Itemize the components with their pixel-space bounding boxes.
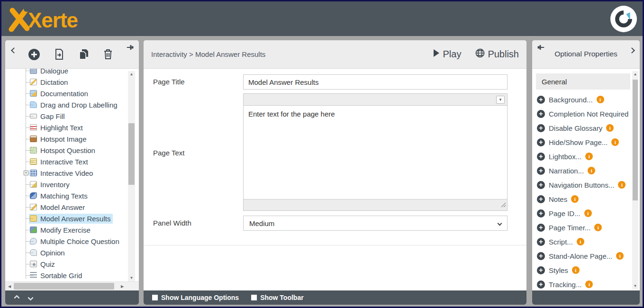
info-icon[interactable] — [611, 138, 619, 146]
tree-item[interactable]: Model Answer — [5, 201, 127, 213]
optional-property-row[interactable]: Disable Glossary — [537, 121, 631, 135]
tree-item[interactable]: Multiple Choice Question — [5, 236, 127, 247]
tree-item[interactable]: Highlight Text — [5, 122, 127, 133]
page-list-panel: Dialogue Dictation — [5, 40, 139, 305]
tree-item-label: Gap Fill — [40, 112, 65, 120]
footer-checkbox[interactable]: Show Language Options — [152, 294, 239, 301]
add-property-icon[interactable] — [537, 124, 545, 132]
tree-item[interactable]: Sortable Grid — [5, 270, 127, 281]
expander-icon[interactable] — [24, 171, 28, 175]
info-icon[interactable] — [618, 181, 626, 189]
info-icon[interactable] — [597, 96, 604, 103]
tree-vertical-scrollbar[interactable] — [128, 71, 135, 281]
add-property-icon[interactable] — [537, 252, 545, 260]
move-page-up-icon[interactable] — [15, 293, 19, 302]
pin-right-panel-icon[interactable] — [537, 44, 545, 53]
info-icon[interactable] — [585, 281, 593, 288]
optional-property-row[interactable]: Page ID... — [537, 206, 631, 220]
checkbox-icon[interactable] — [152, 295, 158, 300]
optional-property-row[interactable]: Script... — [537, 235, 631, 249]
info-icon[interactable] — [585, 153, 593, 160]
resize-handle-icon[interactable] — [501, 201, 506, 209]
tree-item[interactable]: Modify Exercise — [5, 224, 127, 236]
optional-property-row[interactable]: Navigation Buttons... — [537, 178, 631, 192]
publish-button[interactable]: Publish — [475, 48, 519, 60]
info-icon[interactable] — [616, 252, 624, 260]
tree-item[interactable]: Model Answer Results — [5, 213, 127, 224]
add-property-icon[interactable] — [537, 209, 545, 217]
properties-vertical-scrollbar[interactable] — [632, 71, 638, 290]
tree-item[interactable]: Inventory — [5, 179, 127, 190]
tree-item[interactable]: Interactive Text — [5, 156, 127, 167]
scroll-up-icon[interactable] — [128, 71, 135, 78]
optional-property-row[interactable]: Styles — [537, 263, 631, 277]
move-page-down-icon[interactable] — [28, 293, 33, 302]
scrollbar-thumb[interactable] — [14, 283, 114, 290]
add-property-icon[interactable] — [537, 167, 545, 175]
tree-item[interactable]: Dictation — [5, 76, 127, 88]
tree-item[interactable]: Documentation — [5, 88, 127, 99]
optional-property-row[interactable]: Lightbox... — [537, 149, 631, 163]
panel-width-select[interactable]: Medium — [243, 216, 508, 231]
tree-item[interactable]: Interactive Video — [5, 167, 127, 179]
add-property-icon[interactable] — [537, 110, 545, 118]
add-property-icon[interactable] — [537, 138, 545, 146]
add-property-icon[interactable] — [537, 281, 545, 289]
add-page-button[interactable] — [28, 48, 40, 61]
delete-page-button[interactable] — [103, 48, 113, 60]
optional-property-row[interactable]: Notes — [537, 192, 631, 206]
optional-property-row[interactable]: Background... — [537, 92, 631, 107]
add-property-icon[interactable] — [537, 96, 545, 104]
checkbox-icon[interactable] — [251, 295, 257, 300]
optional-property-row[interactable]: Hide/Show Page... — [537, 135, 631, 149]
add-property-icon[interactable] — [537, 153, 545, 161]
tree-item[interactable]: Dialogue — [5, 69, 127, 76]
play-button[interactable]: Play — [433, 49, 461, 60]
optional-property-row[interactable]: Page Timer... — [537, 220, 631, 235]
tree-item-label: Interactive Text — [40, 158, 88, 166]
optional-property-row[interactable]: Tracking... — [537, 277, 631, 290]
footer-checkbox[interactable]: Show Toolbar — [251, 294, 304, 301]
page-title-input[interactable] — [243, 74, 508, 90]
collapse-right-panel-icon[interactable] — [630, 46, 634, 54]
add-property-icon[interactable] — [537, 181, 545, 189]
add-property-icon[interactable] — [537, 224, 545, 232]
add-property-icon[interactable] — [537, 266, 545, 274]
tree-item[interactable]: Hotspot Question — [5, 145, 127, 156]
info-icon[interactable] — [577, 238, 584, 245]
tree-item[interactable]: Opinion — [5, 247, 127, 258]
info-icon[interactable] — [571, 195, 579, 203]
duplicate-page-button[interactable] — [78, 48, 89, 60]
optional-property-row[interactable]: Stand-Alone Page... — [537, 249, 631, 263]
pin-left-panel-icon[interactable] — [126, 44, 134, 53]
collapse-left-panel-icon[interactable] — [12, 46, 16, 54]
optional-properties-title: Optional Properties — [532, 40, 640, 58]
scroll-up-icon[interactable] — [632, 71, 638, 78]
tree-item[interactable]: Matching Texts — [5, 190, 127, 201]
info-icon[interactable] — [572, 266, 580, 274]
add-property-icon[interactable] — [537, 238, 545, 246]
scrollbar-thumb[interactable] — [128, 123, 135, 185]
scroll-right-icon[interactable] — [119, 282, 126, 290]
editor-dropdown-icon[interactable] — [496, 96, 505, 104]
info-icon[interactable] — [594, 224, 602, 231]
page-text-input[interactable]: Enter text for the page here — [243, 106, 508, 199]
add-property-icon[interactable] — [537, 195, 545, 203]
info-icon[interactable] — [584, 209, 592, 217]
scrollbar-thumb[interactable] — [633, 80, 638, 200]
info-icon[interactable] — [606, 124, 614, 132]
scroll-left-icon[interactable] — [6, 282, 13, 290]
xerte-wrench-icon — [7, 6, 31, 32]
optional-property-row[interactable]: Narration... — [537, 163, 631, 178]
tree-item[interactable]: Gap Fill — [5, 110, 127, 122]
tree-horizontal-scrollbar[interactable] — [5, 281, 139, 290]
tree-item[interactable]: Hotspot Image — [5, 133, 127, 145]
tree-item[interactable]: Quiz — [5, 258, 127, 270]
optional-property-row[interactable]: Completion Not Required — [537, 107, 631, 121]
scroll-down-icon[interactable] — [128, 275, 135, 281]
tree-item[interactable]: Drag and Drop Labelling — [5, 99, 127, 110]
import-page-button[interactable] — [54, 48, 64, 60]
scroll-down-icon[interactable] — [632, 283, 638, 290]
info-icon[interactable] — [588, 167, 595, 174]
page-title-label: Page Title — [153, 74, 243, 90]
